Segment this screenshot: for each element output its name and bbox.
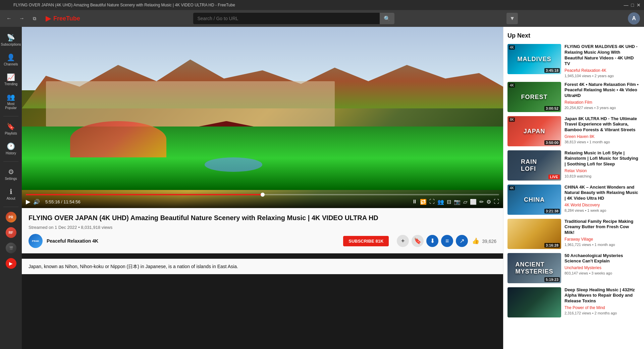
rec-channel-4[interactable]: Relax Vision [565,168,640,173]
rec-duration-5: 3:21:38 [544,209,560,213]
close-button[interactable]: ✕ [637,2,641,8]
video-player[interactable]: ▶ 🔊 5:55:16 / 11:54:56 ⏸ 🔁 ⛶ 👥 ⊟ 📷 [22,27,503,208]
sidebar-item-subscriptions[interactable]: 📡 Subscriptions [1,31,21,49]
sidebar-item-most-popular[interactable]: 👥 Most Popular [1,90,21,113]
progress-bar[interactable] [26,194,499,195]
bookmark-button[interactable]: 🔖 [412,235,424,247]
play-button[interactable]: ▶ [26,198,31,205]
rec-title-7: 50 Archaeological Mysteries Science Can'… [565,253,640,264]
controls-row: ▶ 🔊 5:55:16 / 11:54:56 ⏸ 🔁 ⛶ 👥 ⊟ 📷 [26,198,499,205]
freetube-name: FreeTube [53,15,80,22]
recommendation-item[interactable]: JAPAN3:50:008KJapan 8K ULTRA HD - The Ul… [507,116,640,146]
minimize-button[interactable]: — [624,2,629,8]
rec-channel-1[interactable]: Peaceful Relaxation 4K [565,68,640,73]
pause-icon[interactable]: ⏸ [412,199,417,205]
rec-title-3: Japan 8K ULTRA HD - The Ultimate Travel … [565,116,640,133]
subscribe-button[interactable]: SUBSCRIBE 81K [343,236,389,246]
rec-thumbnail-4: RAIN LOFILIVE [507,150,561,181]
channel-info: Peaceful Relaxation 4K [47,238,339,244]
video-description: Japan, known as Nihon, Nihon-koku or Nip… [22,259,503,274]
search-bar[interactable]: 🔍 [193,13,394,24]
rec-thumbnail-2: FOREST3:00:524K [507,82,561,112]
recommendation-item[interactable]: FOREST3:00:524KForest 4K • Nature Relaxa… [507,82,640,112]
rec-meta-2: 20,254,827 views • 3 years ago [565,106,640,110]
recommendation-item[interactable]: MALDIVES3:45:184KFLYING OVER MALDIVES 4K… [507,44,640,78]
thumb-label-3: JAPAN [524,128,545,135]
channel-avatar[interactable]: PR4K [29,234,43,248]
time-display: 5:55:16 / 11:54:56 [45,199,80,204]
theater-mode-icon[interactable]: ⬜ [470,199,477,205]
download-button[interactable]: ⬇ [426,235,438,247]
sidebar-item-channels[interactable]: 👤 Channels [1,51,21,69]
channel-avatar-2[interactable]: RF [6,227,16,238]
maximize-button[interactable]: □ [631,2,634,8]
sidebar-item-trending[interactable]: 📈 Trending [1,70,21,89]
user-avatar[interactable]: A [628,12,640,24]
rec-meta-7: 803,147 views • 3 weeks ago [565,271,640,275]
rec-channel-3[interactable]: Green Haven 8K [565,134,640,139]
theater-icon[interactable]: 👥 [437,199,444,205]
fullscreen-icon[interactable]: ⛶ [494,199,499,205]
search-input[interactable] [193,16,380,21]
sidebar-item-about[interactable]: ℹ About [1,185,21,203]
sidebar: 📡 Subscriptions 👤 Channels 📈 Trending 👥 … [0,27,22,349]
rec-title-1: FLYING OVER MALDIVES 4K UHD - Relaxing M… [565,44,640,67]
edit-icon[interactable]: ✏ [479,199,484,205]
channel-avatar-1[interactable]: PR [6,212,16,222]
window-controls: — □ ✕ [624,2,641,8]
video-channel-row: PR4K Peaceful Relaxation 4K SUBSCRIBE 81… [29,234,496,248]
settings-video-icon[interactable]: ⚙ [486,199,491,205]
rec-channel-2[interactable]: Relaxation Film [565,100,640,105]
thumb-label-1: MALDIVES [517,56,551,63]
forward-button[interactable]: → [17,13,27,23]
recommendation-item[interactable]: RAIN LOFILIVERelaxing Music in Lofi Styl… [507,150,640,181]
rec-thumbnail-5: CHINA3:21:384K [507,185,561,215]
rec-channel-5[interactable]: 4K World Discovery [565,203,640,207]
pip-icon[interactable]: ⛶ [429,199,435,205]
add-to-playlist-button[interactable]: + [397,235,409,247]
volume-button[interactable]: 🔊 [33,199,40,205]
loop-icon[interactable]: 🔁 [420,199,427,205]
description-text: Japan, known as Nihon, Nihon-koku or Nip… [29,264,238,269]
camera-icon[interactable]: 📷 [454,199,461,205]
sidebar-item-playlists[interactable]: 🔖 Playlists [1,120,21,138]
rec-channel-6[interactable]: Faraway Village [565,237,640,242]
rec-channel-7[interactable]: Uncharted Mysteries [565,265,640,270]
subscriptions-icon: 📡 [7,34,15,42]
channel-avatar-yt[interactable]: ▶ [6,258,16,269]
nav-bar: ← → ⧉ ▶ FreeTube 🔍 ▼ A [0,10,644,27]
back-button[interactable]: ← [4,13,14,23]
share-button[interactable]: ↗ [456,235,468,247]
freetube-logo: ▶ FreeTube [46,14,80,23]
sidebar-item-label-playlists: Playlists [5,132,17,136]
sidebar-item-settings[interactable]: ⚙ Settings [1,165,21,184]
recommendation-item[interactable]: CHINA3:21:384KCHINA 4K – Ancient Wonders… [507,185,640,215]
rec-channel-8[interactable]: The Power of the Mind [565,305,640,310]
rec-duration-2: 3:00:52 [544,106,560,111]
rec-info-8: Deep Sleep Healing Music | 432Hz Alpha W… [565,287,640,317]
miniplayer-icon[interactable]: ▱ [463,199,467,205]
sidebar-divider-1 [3,116,18,116]
channel-avatar-3[interactable]: 🎬 [6,243,16,253]
recommendation-item[interactable]: 3:16:28Traditional Family Recipe Making … [507,219,640,249]
live-badge-4: LIVE [548,174,560,179]
video-scene [22,27,503,208]
recommendation-item[interactable]: Deep Sleep Healing Music | 432Hz Alpha W… [507,287,640,317]
video-controls: ▶ 🔊 5:55:16 / 11:54:56 ⏸ 🔁 ⛶ 👥 ⊟ 📷 [22,191,503,208]
scene-city [46,81,335,127]
rec-badge-1: 4K [509,45,515,50]
recommendation-item[interactable]: ANCIENT MYSTERIES5:19:2350 Archaeologica… [507,253,640,283]
queue-button[interactable]: ≡ [441,235,453,247]
captions-icon[interactable]: ⊟ [447,199,451,205]
channel-avatar-text: PR4K [31,239,40,243]
rec-duration-3: 3:50:00 [544,140,560,145]
controls-right: ⏸ 🔁 ⛶ 👥 ⊟ 📷 ▱ ⬜ ✏ ⚙ ⛶ [412,199,499,205]
channel-name[interactable]: Peaceful Relaxation 4K [47,238,339,244]
rec-duration-6: 3:16:28 [544,243,560,248]
filter-button[interactable]: ▼ [506,13,518,24]
copy-page-button[interactable]: ⧉ [30,13,40,23]
sidebar-item-label-subscriptions: Subscriptions [1,43,21,47]
search-button[interactable]: 🔍 [380,13,394,24]
rec-meta-4: 10,819 watching [565,174,640,178]
sidebar-item-history[interactable]: 🕐 History [1,140,21,158]
